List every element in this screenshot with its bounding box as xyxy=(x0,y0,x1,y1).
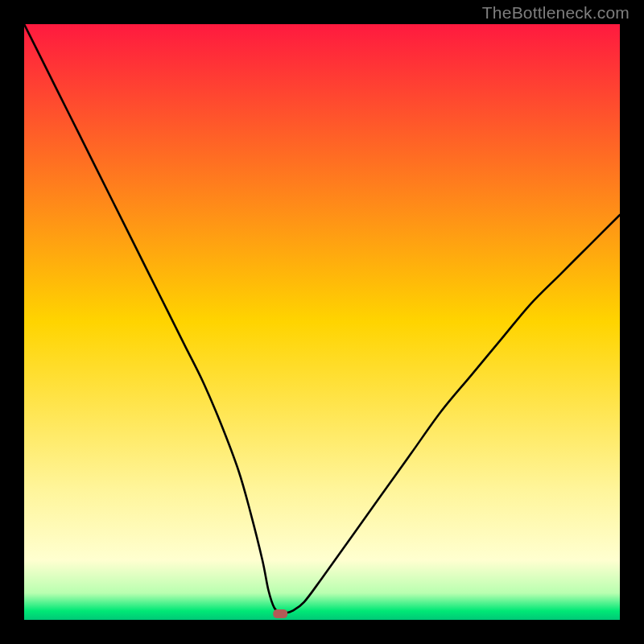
optimal-marker xyxy=(273,609,287,618)
chart-svg xyxy=(24,24,620,620)
chart-background xyxy=(24,24,620,620)
watermark-text: TheBottleneck.com xyxy=(482,3,630,23)
chart-stage: TheBottleneck.com xyxy=(0,0,644,644)
bottleneck-chart xyxy=(24,24,620,620)
